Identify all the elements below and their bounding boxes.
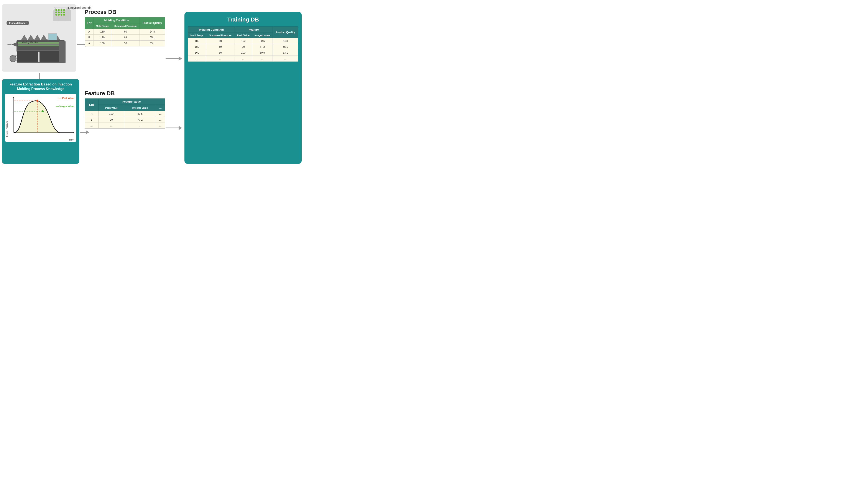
- col-sustained-header: Sustained Pressure: [206, 33, 235, 38]
- table-row: B 180 69 65.1: [85, 35, 165, 40]
- feature-extraction-title: Feature Extraction Based on Injection Mo…: [5, 82, 76, 91]
- col-sustained-header: Sustained Pressure: [111, 24, 140, 29]
- arrow-processdb-to-trainingdb: [165, 56, 182, 61]
- col-feature-value-header: Feature Value: [98, 99, 165, 105]
- svg-marker-10: [11, 42, 17, 46]
- feature-db-section: Feature DB Lot Feature Value Peak Value …: [85, 90, 165, 129]
- machine-illustration-box: In-mold Sensor Molding Mac: [2, 4, 76, 72]
- svg-rect-17: [17, 50, 61, 51]
- svg-rect-13: [18, 44, 61, 46]
- integral-value-callout: Integral Value: [56, 105, 73, 108]
- arrow-feature-to-featuredb: [80, 130, 89, 134]
- feature-extraction-box: Feature Extraction Based on Injection Mo…: [2, 79, 79, 164]
- svg-marker-11: [7, 43, 11, 45]
- col-feature-header: Feature: [235, 27, 273, 33]
- col-peak-header: Peak Value: [235, 33, 252, 38]
- peak-value-callout: Peak Value: [59, 97, 73, 100]
- table-row: A 180 60 64.8: [85, 29, 165, 35]
- table-row-dots: … … … … …: [188, 56, 298, 62]
- x-axis-label: Time: [69, 139, 73, 141]
- table-row: A 100 80.5 …: [85, 111, 165, 117]
- svg-marker-6: [34, 35, 40, 40]
- training-db-section: Training DB Molding Condition Feature Pr…: [184, 12, 302, 164]
- table-row-dots: … … … …: [85, 123, 165, 129]
- col-mold-temp-header: Mold Temp.: [94, 24, 111, 29]
- col-product-header: Product Quality: [140, 18, 165, 29]
- feature-db-title: Feature DB: [85, 90, 165, 97]
- col-molding-header: Molding Condition: [94, 18, 140, 24]
- svg-marker-26: [13, 97, 15, 98]
- svg-marker-14: [48, 34, 57, 40]
- feature-chart-area: Sensor : Pressure: [5, 94, 76, 142]
- svg-rect-15: [17, 51, 38, 62]
- molding-machine-label: Molding Machine: [22, 41, 38, 43]
- col-molding-header: Molding Condition: [188, 27, 235, 33]
- svg-marker-7: [40, 35, 47, 40]
- col-peak-header: Peak Value: [98, 105, 124, 111]
- col-quality-header: Product Quality: [273, 27, 298, 38]
- svg-marker-5: [28, 35, 34, 40]
- col-integral-header: Integral Value: [124, 105, 156, 111]
- col-lot-header: Lot: [85, 18, 94, 29]
- process-db-title: Process DB: [85, 9, 165, 15]
- table-row: 160 30 100 80.5 63.1: [188, 50, 298, 56]
- process-db-section: Process DB Lot Molding Condition Product…: [85, 9, 165, 46]
- pressure-chart-svg: [11, 96, 74, 136]
- svg-marker-25: [73, 131, 74, 133]
- col-mold-temp-header: Mold Temp.: [188, 33, 206, 38]
- recycled-dots: [55, 9, 65, 15]
- y-axis-label: Sensor : Pressure: [6, 94, 8, 137]
- svg-rect-16: [39, 51, 61, 62]
- sensor-pill: In-mold Sensor: [6, 21, 29, 25]
- svg-rect-19: [59, 41, 65, 63]
- arrow-featuredb-to-trainingdb: [165, 126, 182, 130]
- table-row: B 90 77.2 …: [85, 117, 165, 123]
- feature-db-table: Lot Feature Value Peak Value Integral Va…: [85, 98, 165, 129]
- col-integral-header: Integral Value: [252, 33, 273, 38]
- col-lot-header: Lot: [85, 99, 98, 111]
- training-db-title: Training DB: [188, 16, 298, 23]
- table-row: 180 60 100 80.5 64.8: [188, 38, 298, 44]
- table-row: A 160 30 63.1: [85, 40, 165, 46]
- molding-machine-svg: [5, 25, 72, 65]
- svg-rect-18: [17, 62, 61, 63]
- svg-marker-4: [21, 35, 28, 40]
- table-row: 180 69 90 77.2 65.1: [188, 44, 298, 50]
- process-db-table: Lot Molding Condition Product Quality Mo…: [85, 17, 165, 46]
- training-db-table: Molding Condition Feature Product Qualit…: [188, 27, 298, 62]
- col-dots-header: …: [156, 105, 165, 111]
